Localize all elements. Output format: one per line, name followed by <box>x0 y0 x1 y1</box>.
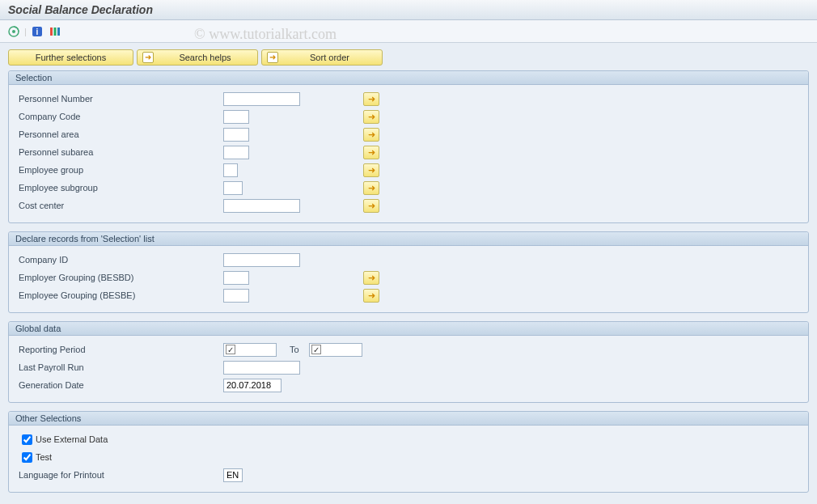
personnel-area-input[interactable] <box>223 128 249 142</box>
arrow-right-icon: ➜ <box>267 52 278 63</box>
cost-center-more-button[interactable]: ➜ <box>363 199 379 213</box>
last-payroll-run-row: Last Payroll Run <box>17 358 800 376</box>
employee-grouping-more-button[interactable]: ➜ <box>363 289 379 303</box>
employee-grouping-row: Employee Grouping (BESBE) ➜ <box>17 286 800 304</box>
svg-rect-5 <box>53 28 56 36</box>
global-data-group-title: Global data <box>9 322 808 336</box>
use-external-data-row: Use External Data <box>17 430 800 448</box>
check-icon: ✓ <box>311 345 321 354</box>
svg-point-1 <box>12 30 15 33</box>
test-checkbox[interactable] <box>22 452 32 463</box>
personnel-subarea-input[interactable] <box>223 146 249 159</box>
global-data-group: Global data Reporting Period ✓ To ✓ <box>8 321 809 403</box>
declare-group-title: Declare records from 'Selection' list <box>9 232 808 246</box>
test-label: Test <box>36 452 52 462</box>
sort-order-button[interactable]: ➜ Sort order <box>261 49 383 66</box>
employee-subgroup-label: Employee subgroup <box>17 183 223 193</box>
language-row: Language for Printout <box>17 466 800 484</box>
company-id-label: Company ID <box>17 255 223 265</box>
employee-group-more-button[interactable]: ➜ <box>363 163 379 177</box>
employee-grouping-label: Employee Grouping (BESBE) <box>17 290 223 300</box>
further-selections-button[interactable]: Further selections <box>8 49 133 66</box>
test-row: Test <box>17 448 800 466</box>
personnel-number-row: Personnel Number ➜ <box>17 90 800 108</box>
company-code-label: Company Code <box>17 112 223 121</box>
personnel-area-label: Personnel area <box>17 129 223 139</box>
generation-date-input[interactable] <box>223 379 282 392</box>
top-button-row: Further selections ➜ Search helps ➜ Sort… <box>8 49 809 66</box>
employee-group-label: Employee group <box>17 165 223 175</box>
reporting-period-row: Reporting Period ✓ To ✓ <box>17 341 800 358</box>
employee-group-row: Employee group ➜ <box>17 161 800 179</box>
use-external-data-checkbox[interactable] <box>22 434 32 445</box>
variant-icon[interactable] <box>48 24 62 39</box>
last-payroll-run-input[interactable] <box>223 361 300 375</box>
sort-order-label: Sort order <box>282 53 377 62</box>
employer-grouping-row: Employer Grouping (BESBD) ➜ <box>17 269 800 286</box>
reporting-period-label: Reporting Period <box>17 345 223 354</box>
search-helps-button[interactable]: ➜ Search helps <box>137 49 258 66</box>
personnel-area-more-button[interactable]: ➜ <box>363 128 379 142</box>
reporting-period-from[interactable]: ✓ <box>223 343 277 357</box>
employee-subgroup-row: Employee subgroup ➜ <box>17 179 800 197</box>
employee-subgroup-more-button[interactable]: ➜ <box>363 181 379 195</box>
selection-group: Selection Personnel Number ➜ Company Cod… <box>8 70 809 223</box>
employer-grouping-more-button[interactable]: ➜ <box>363 271 379 285</box>
personnel-subarea-row: Personnel subarea ➜ <box>17 143 800 161</box>
company-code-row: Company Code ➜ <box>17 108 800 125</box>
further-selections-label: Further selections <box>36 53 106 62</box>
generation-date-label: Generation Date <box>17 380 223 390</box>
generation-date-row: Generation Date <box>17 376 800 394</box>
language-label: Language for Printout <box>17 470 223 480</box>
personnel-subarea-more-button[interactable]: ➜ <box>363 146 379 159</box>
to-label: To <box>290 345 299 354</box>
cost-center-input[interactable] <box>223 199 300 213</box>
arrow-right-icon: ➜ <box>142 52 154 63</box>
reporting-period-to[interactable]: ✓ <box>309 343 362 357</box>
page-title: Social Balance Declaration <box>0 0 817 20</box>
cost-center-label: Cost center <box>17 201 223 210</box>
employee-subgroup-input[interactable] <box>223 181 243 195</box>
svg-text:i: i <box>36 28 38 36</box>
company-code-input[interactable] <box>223 110 249 124</box>
other-selections-group-title: Other Selections <box>9 412 808 426</box>
company-code-more-button[interactable]: ➜ <box>363 110 379 124</box>
reporting-period-from-input[interactable] <box>237 344 274 355</box>
personnel-number-more-button[interactable]: ➜ <box>363 92 379 106</box>
employee-group-input[interactable] <box>223 163 238 177</box>
personnel-number-label: Personnel Number <box>17 94 223 104</box>
company-id-row: Company ID <box>17 251 800 269</box>
company-id-input[interactable] <box>223 253 300 267</box>
declare-group: Declare records from 'Selection' list Co… <box>8 231 809 313</box>
personnel-subarea-label: Personnel subarea <box>17 147 223 157</box>
reporting-period-to-input[interactable] <box>323 344 360 355</box>
employer-grouping-input[interactable] <box>223 271 249 285</box>
execute-icon[interactable] <box>6 24 21 39</box>
search-helps-label: Search helps <box>158 53 252 62</box>
cost-center-row: Cost center ➜ <box>17 197 800 214</box>
personnel-number-input[interactable] <box>223 92 300 106</box>
selection-group-title: Selection <box>9 71 808 85</box>
separator: | <box>24 27 27 36</box>
language-input[interactable] <box>223 468 243 482</box>
svg-rect-4 <box>50 28 53 36</box>
check-icon: ✓ <box>226 345 235 354</box>
use-external-data-label: Use External Data <box>36 434 108 444</box>
other-selections-group: Other Selections Use External Data Test … <box>8 411 809 493</box>
last-payroll-run-label: Last Payroll Run <box>17 362 223 372</box>
content-area: Further selections ➜ Search helps ➜ Sort… <box>0 43 817 499</box>
personnel-area-row: Personnel area ➜ <box>17 125 800 143</box>
employee-grouping-input[interactable] <box>223 289 249 303</box>
employer-grouping-label: Employer Grouping (BESBD) <box>17 273 223 282</box>
info-icon[interactable]: i <box>30 24 44 39</box>
app-toolbar: | i <box>0 20 817 43</box>
svg-rect-6 <box>57 28 60 36</box>
